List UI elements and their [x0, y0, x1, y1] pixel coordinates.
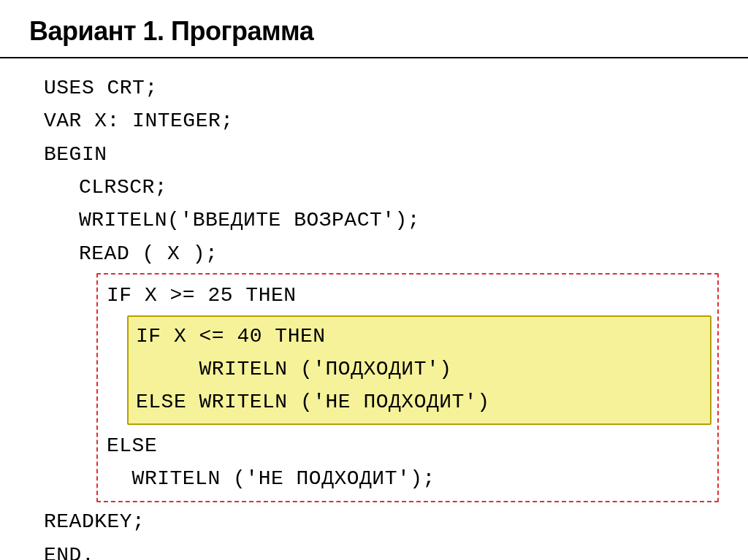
code-line: VAR X: INTEGER;	[44, 104, 748, 137]
code-line: WRITELN ('НЕ ПОДХОДИТ');	[107, 462, 711, 495]
code-block: USES CRT; VAR X: INTEGER; BEGIN CLRSCR; …	[0, 58, 748, 560]
page-title: Вариант 1. Программа	[29, 16, 719, 47]
code-line: BEGIN	[44, 138, 748, 171]
code-line: CLRSCR;	[44, 171, 748, 204]
code-line: READKEY;	[44, 505, 748, 538]
code-line: USES CRT;	[44, 72, 748, 104]
code-line: WRITELN ('ПОДХОДИТ')	[136, 353, 703, 386]
code-line: IF X >= 25 THEN	[107, 279, 711, 312]
slide: Вариант 1. Программа USES CRT; VAR X: IN…	[0, 0, 748, 560]
code-line: WRITELN('ВВЕДИТЕ ВОЗРАСТ');	[44, 204, 748, 237]
code-line: READ ( X );	[44, 237, 748, 270]
code-line: ELSE WRITELN ('НЕ ПОДХОДИТ')	[136, 386, 703, 418]
inner-if-box: IF X <= 40 THEN WRITELN ('ПОДХОДИТ') ELS…	[127, 315, 711, 425]
outer-if-box: IF X >= 25 THEN IF X <= 40 THEN WRITELN …	[96, 273, 719, 502]
code-line: END.	[44, 539, 748, 560]
code-line: IF X <= 40 THEN	[136, 320, 703, 353]
title-bar: Вариант 1. Программа	[0, 0, 748, 57]
code-line: ELSE	[107, 429, 711, 462]
